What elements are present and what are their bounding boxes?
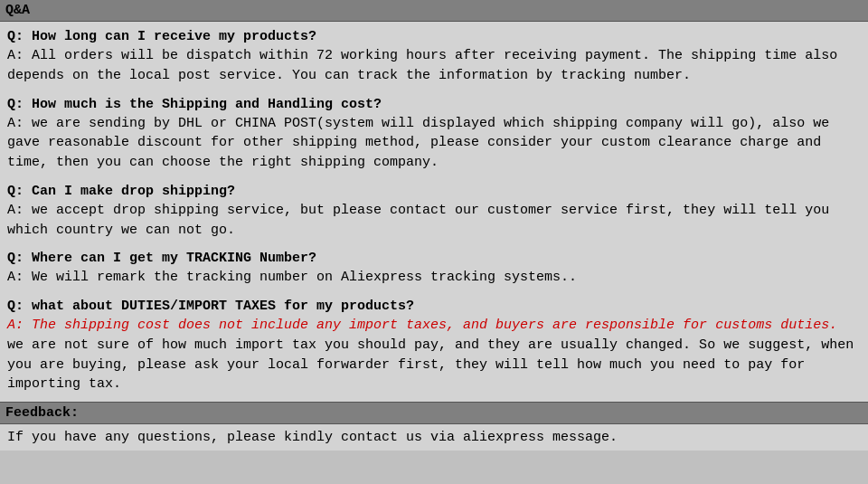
main-container: Q&A Q: How long can I receive my product… bbox=[0, 0, 868, 451]
feedback-text: If you have any questions, please kindly… bbox=[7, 430, 618, 445]
question-4: Q: Where can I get my TRACKING Number? bbox=[7, 249, 861, 268]
answer-5: A: The shipping cost does not include an… bbox=[7, 316, 861, 394]
answer-2: A: we are sending by DHL or CHINA POST(s… bbox=[7, 114, 861, 173]
answer-4: A: We will remark the tracking number on… bbox=[7, 268, 861, 288]
answer-5-red: A: The shipping cost does not include an… bbox=[7, 318, 837, 333]
qa-block-1: Q: How long can I receive my products? A… bbox=[7, 27, 861, 86]
feedback-title: Feedback: bbox=[5, 405, 79, 421]
question-3: Q: Can I make drop shipping? bbox=[7, 182, 861, 201]
question-2: Q: How much is the Shipping and Handling… bbox=[7, 95, 861, 114]
answer-3: A: we accept drop shipping service, but … bbox=[7, 201, 861, 241]
qa-block-5: Q: what about DUTIES/IMPORT TAXES for my… bbox=[7, 297, 861, 394]
answer-5-black: we are not sure of how much import tax y… bbox=[7, 337, 854, 393]
feedback-header: Feedback: bbox=[0, 402, 868, 424]
qa-block-4: Q: Where can I get my TRACKING Number? A… bbox=[7, 249, 861, 288]
qa-block-2: Q: How much is the Shipping and Handling… bbox=[7, 95, 861, 173]
answer-1: A: All orders will be dispatch within 72… bbox=[7, 46, 861, 86]
question-5: Q: what about DUTIES/IMPORT TAXES for my… bbox=[7, 297, 861, 316]
qa-block-3: Q: Can I make drop shipping? A: we accep… bbox=[7, 182, 861, 241]
qa-header: Q&A bbox=[0, 0, 868, 22]
qa-title: Q&A bbox=[5, 3, 30, 18]
question-1: Q: How long can I receive my products? bbox=[7, 27, 861, 46]
qa-section: Q: How long can I receive my products? A… bbox=[0, 22, 868, 402]
feedback-section: If you have any questions, please kindly… bbox=[0, 424, 868, 451]
